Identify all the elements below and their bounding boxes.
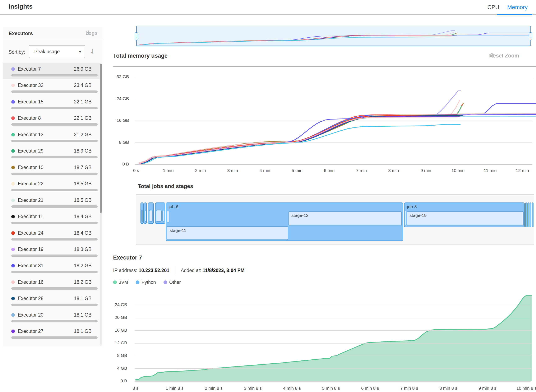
x-axis-tick: 3 min 8 s (236, 386, 269, 391)
executor-color-dot (11, 280, 15, 284)
tab-memory[interactable]: Memory (502, 4, 533, 11)
sort-direction-button[interactable]: ↓ (90, 47, 94, 55)
chevron-down-icon (138, 184, 143, 189)
executor-usage-bar (11, 271, 98, 273)
x-axis-tick: 6 min 8 s (353, 386, 387, 391)
stage-bar[interactable] (162, 210, 164, 222)
x-axis-tick: 5 min 8 s (314, 386, 348, 391)
insights-page: Insights CPU Memory Executors Logs Sort … (0, 0, 536, 392)
y-axis-tick: 0 B (112, 162, 129, 167)
download-icon (85, 30, 91, 36)
y-gridline (135, 99, 532, 99)
sort-by-label: Sort by: (9, 49, 25, 55)
y-axis-tick: 12 GB (110, 340, 127, 345)
y-axis-tick: 8 GB (110, 353, 127, 358)
legend-label: Python (141, 280, 156, 285)
brush-handle-right[interactable] (529, 32, 532, 40)
executor-list-item[interactable]: Executor 1618.2 GB (3, 276, 100, 292)
y-axis-tick: 8 GB (112, 140, 129, 145)
x-axis-tick: 4 min (248, 168, 282, 173)
executor-name: Executor 16 (18, 279, 43, 285)
legend-item-python[interactable]: Python (136, 280, 156, 285)
brush-handle-left[interactable] (135, 32, 138, 40)
job-bar[interactable] (527, 202, 529, 227)
stage-bar[interactable] (167, 211, 169, 223)
memory-line-executor-20 (143, 124, 460, 164)
logs-button[interactable]: Logs (85, 30, 97, 36)
stage-bar[interactable] (141, 210, 143, 222)
x-axis-tick: 9 min 8 s (471, 386, 504, 391)
y-gridline (135, 330, 531, 331)
x-axis-tick: 1 min 8 s (158, 386, 191, 391)
y-gridline (135, 368, 531, 369)
executor-list-item[interactable]: Executor 2418.4 GB (3, 227, 100, 243)
executor-name: Executor 21 (18, 197, 43, 203)
executor-color-dot (11, 264, 15, 267)
x-axis-tick: 8 min 8 s (432, 386, 465, 391)
stage-bar[interactable] (405, 211, 406, 225)
executor-memory-area (0, 293, 536, 389)
legend-item-other[interactable]: Other (164, 280, 181, 285)
sort-select-value: Peak usage (34, 49, 60, 55)
stage-bar-stage-19-label: stage-19 (409, 213, 427, 218)
y-gridline (135, 381, 531, 382)
x-axis-tick: 8 s (119, 386, 152, 391)
stage-bar[interactable] (149, 210, 153, 222)
x-axis-tick: 2 min (184, 168, 217, 173)
executor-list-item[interactable]: Executor 1918.3 GB (3, 243, 100, 259)
memory-line-executor-24 (140, 115, 461, 164)
stage-bar-stage-11[interactable]: stage-11 (167, 226, 288, 240)
y-gridline (135, 121, 532, 121)
job-bar[interactable] (530, 202, 531, 227)
executor-color-dot (11, 231, 15, 235)
memory-line-executor-31 (140, 115, 536, 164)
executor-list-item[interactable]: Executor 3118.2 GB (3, 259, 100, 276)
executor-usage-bar (11, 255, 98, 257)
stage-bar-stage-19[interactable]: stage-19 (407, 211, 524, 226)
brush-mini-chart (137, 26, 530, 46)
y-gridline (135, 318, 531, 318)
sort-select[interactable]: Peak usage ▾ (29, 45, 85, 58)
executor-usage-bar (11, 238, 98, 241)
legend-item-jvm[interactable]: JVM (113, 280, 128, 285)
y-axis-tick: 32 GB (112, 74, 129, 79)
stage-bar-stage-12[interactable]: stage-12 (288, 211, 402, 226)
executor-name: Executor 11 (18, 214, 43, 219)
executor-usage-bar (11, 189, 98, 191)
x-axis-tick: 12 min (506, 168, 536, 173)
legend-dot (164, 280, 167, 284)
stage-bar[interactable] (156, 210, 162, 222)
job-bar[interactable] (525, 202, 527, 227)
stage-bar[interactable] (145, 210, 146, 222)
panel-divider (3, 40, 103, 40)
y-gridline (135, 143, 532, 143)
y-gridline (135, 305, 531, 305)
x-axis-tick: 10 min 8 s (510, 386, 536, 391)
executor-color-dot (11, 248, 15, 251)
x-axis-tick: 3 min (216, 168, 249, 173)
executor-usage-bar (11, 222, 98, 224)
reset-zoom-button[interactable]: Reset Zoom (489, 53, 519, 59)
jobs-section-toggle[interactable]: Total jobs and stages (138, 183, 193, 190)
executor-peak-value: 18.4 GB (74, 214, 92, 219)
job-bar[interactable] (532, 202, 533, 227)
executor-list-item[interactable]: Executor 2118.5 GB (3, 194, 100, 210)
y-axis-tick: 24 GB (110, 302, 127, 307)
x-axis-tick: 7 min 8 s (393, 386, 426, 391)
executor-peak-value: 18.5 GB (74, 181, 92, 187)
executor-name: Executor 19 (18, 247, 43, 252)
executor-color-dot (11, 199, 15, 202)
y-axis-tick: 16 GB (112, 118, 129, 123)
job-bar-job-8-label: job-8 (407, 204, 417, 209)
y-axis-tick: 4 GB (110, 366, 127, 371)
executor-list-item[interactable]: Executor 1118.4 GB (3, 210, 100, 227)
zoom-brush[interactable] (136, 26, 531, 46)
x-axis-tick: 8 min (377, 168, 410, 173)
executor-peak-value: 18.5 GB (74, 197, 92, 203)
executor-peak-value: 18.2 GB (74, 263, 92, 269)
legend-dot (136, 280, 139, 284)
x-axis-tick: 10 min (441, 168, 475, 173)
executors-panel-title: Executors (9, 31, 33, 36)
executor-list-item[interactable]: Executor 2218.5 GB (3, 177, 100, 194)
y-gridline (135, 164, 532, 165)
